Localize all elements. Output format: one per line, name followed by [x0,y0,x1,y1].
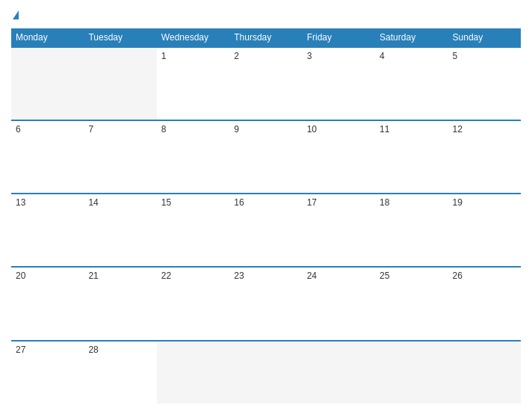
day-number: 7 [88,124,93,135]
calendar-cell: 24 [303,267,375,340]
calendar-cell: 13 [11,194,84,267]
day-number: 11 [380,124,389,135]
day-number: 18 [380,197,389,208]
calendar-cell: 2 [229,47,302,120]
day-number: 14 [88,197,98,208]
weekday-header-saturday: Saturday [375,28,448,47]
day-number: 23 [234,271,244,281]
day-number: 27 [16,344,25,355]
day-number: 9 [234,124,239,135]
calendar-cell: 14 [84,194,156,267]
calendar-cell: 28 [84,341,156,404]
calendar-cell: 21 [84,267,156,340]
calendar-cell [303,341,375,404]
calendar-cell: 18 [375,194,448,267]
day-number: 17 [307,197,317,208]
calendar-cell [11,47,84,120]
day-number: 12 [453,124,463,135]
calendar-cell [229,341,302,404]
day-number: 1 [161,51,167,61]
weekday-header-friday: Friday [303,28,375,47]
calendar-header [11,7,521,22]
day-number: 16 [234,197,244,208]
day-number: 21 [88,271,98,281]
calendar-cell: 12 [448,120,521,194]
calendar-cell: 8 [157,120,229,194]
day-number: 24 [307,271,317,281]
weekday-header-row: MondayTuesdayWednesdayThursdayFridaySatu… [11,28,521,47]
day-number: 15 [161,197,171,208]
weekday-header-monday: Monday [11,28,84,47]
week-row-3: 13141516171819 [11,194,521,267]
calendar-cell: 10 [303,120,375,194]
day-number: 28 [88,344,98,355]
calendar-cell: 20 [11,267,84,340]
day-number: 10 [307,124,317,135]
week-row-2: 6789101112 [11,120,521,194]
day-number: 6 [16,124,21,135]
calendar-cell [84,47,156,120]
logo-triangle-icon [13,10,19,19]
calendar-cell: 27 [11,341,84,404]
day-number: 26 [453,271,463,281]
calendar-table: MondayTuesdayWednesdayThursdayFridaySatu… [11,28,521,404]
calendar-cell: 3 [303,47,375,120]
calendar-cell [375,341,448,404]
day-number: 19 [453,197,463,208]
day-number: 2 [234,51,239,61]
calendar-cell: 1 [157,47,229,120]
weekday-header-tuesday: Tuesday [84,28,156,47]
calendar-cell: 25 [375,267,448,340]
weekday-header-wednesday: Wednesday [157,28,229,47]
calendar-cell: 15 [157,194,229,267]
day-number: 4 [380,51,385,61]
calendar-cell: 22 [157,267,229,340]
week-row-5: 2728 [11,341,521,404]
logo [11,10,19,19]
day-number: 8 [161,124,167,135]
day-number: 5 [453,51,458,61]
calendar-cell: 23 [229,267,302,340]
calendar-cell: 9 [229,120,302,194]
week-row-1: 12345 [11,47,521,120]
calendar-cell [157,341,229,404]
calendar-cell: 6 [11,120,84,194]
calendar-cell: 11 [375,120,448,194]
day-number: 22 [161,271,171,281]
calendar-cell: 16 [229,194,302,267]
day-number: 20 [16,271,25,281]
calendar-cell: 4 [375,47,448,120]
calendar-cell: 5 [448,47,521,120]
weekday-header-sunday: Sunday [448,28,521,47]
weekday-header-thursday: Thursday [229,28,302,47]
day-number: 13 [16,197,25,208]
calendar-cell: 26 [448,267,521,340]
calendar-cell [448,341,521,404]
calendar-cell: 19 [448,194,521,267]
week-row-4: 20212223242526 [11,267,521,340]
day-number: 25 [380,271,389,281]
calendar-container: MondayTuesdayWednesdayThursdayFridaySatu… [0,0,532,411]
calendar-cell: 17 [303,194,375,267]
day-number: 3 [307,51,312,61]
calendar-cell: 7 [84,120,156,194]
